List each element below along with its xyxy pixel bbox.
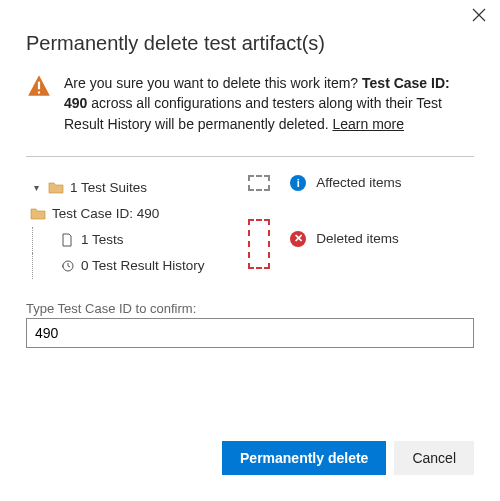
cancel-button[interactable]: Cancel [394, 441, 474, 475]
deleted-swatch [248, 219, 270, 269]
folder-icon [48, 180, 64, 196]
folder-icon [30, 206, 46, 222]
legend: i Affected items ✕ Deleted items [290, 175, 474, 279]
warning-section: Are you sure you want to delete this wor… [26, 73, 474, 134]
legend-affected: i Affected items [290, 175, 474, 191]
legend-affected-label: Affected items [316, 175, 401, 190]
divider [26, 156, 474, 157]
dialog-title: Permanently delete test artifact(s) [26, 32, 474, 55]
button-row: Permanently delete Cancel [26, 441, 474, 475]
learn-more-link[interactable]: Learn more [332, 116, 404, 132]
warning-text: Are you sure you want to delete this wor… [64, 73, 474, 134]
confirm-label: Type Test Case ID to confirm: [26, 301, 474, 316]
error-icon: ✕ [290, 231, 306, 247]
permanently-delete-button[interactable]: Permanently delete [222, 441, 386, 475]
tree-tests-label: 1 Tests [81, 232, 124, 247]
artifact-tree: ▾ 1 Test Suites Test Case ID: 490 1 Test… [26, 175, 228, 279]
confirm-input[interactable] [26, 318, 474, 348]
legend-deleted: ✕ Deleted items [290, 231, 474, 247]
legend-swatches [248, 175, 270, 279]
affected-swatch [248, 175, 270, 191]
tree-case-label: Test Case ID: 490 [52, 206, 159, 221]
content-area: ▾ 1 Test Suites Test Case ID: 490 1 Test… [26, 175, 474, 279]
svg-rect-0 [38, 82, 40, 90]
legend-deleted-label: Deleted items [316, 231, 399, 246]
warning-prefix: Are you sure you want to delete this wor… [64, 75, 362, 91]
info-icon: i [290, 175, 306, 191]
history-icon [59, 258, 75, 274]
tree-suites-row[interactable]: ▾ 1 Test Suites [26, 175, 228, 201]
file-icon [59, 232, 75, 248]
warning-icon [26, 73, 52, 99]
tree-history-label: 0 Test Result History [81, 258, 205, 273]
tree-tests-row[interactable]: 1 Tests [32, 227, 228, 253]
chevron-down-icon[interactable]: ▾ [30, 182, 42, 193]
tree-suites-label: 1 Test Suites [70, 180, 147, 195]
svg-rect-1 [38, 91, 40, 93]
delete-artifacts-dialog: Permanently delete test artifact(s) Are … [0, 0, 500, 501]
close-icon[interactable] [472, 8, 486, 25]
tree-case-row[interactable]: Test Case ID: 490 [26, 201, 228, 227]
tree-history-row[interactable]: 0 Test Result History [32, 253, 228, 279]
